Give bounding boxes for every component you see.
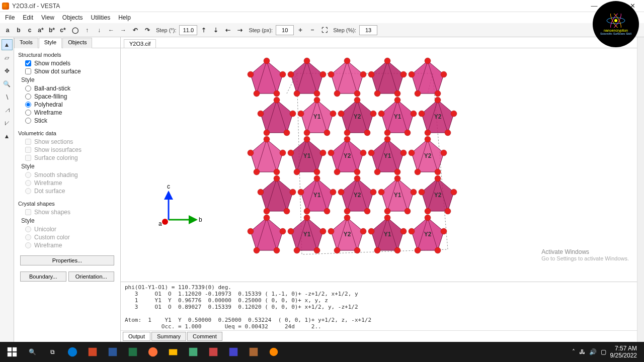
svg-point-98 <box>370 189 376 195</box>
orient-bstar[interactable]: b* <box>46 25 57 36</box>
svg-point-100 <box>344 208 350 214</box>
fit-icon[interactable]: ⛶ <box>319 25 330 36</box>
powerpoint-icon[interactable] <box>83 343 103 361</box>
step-deg-input[interactable] <box>179 25 197 35</box>
tab-style[interactable]: Style <box>39 38 62 48</box>
show-dot-check[interactable] <box>25 68 31 74</box>
svg-rect-153 <box>89 348 97 356</box>
boundary-button[interactable]: Boundary... <box>20 272 66 282</box>
properties-button[interactable]: Properties... <box>20 255 114 265</box>
taskbar-clock[interactable]: 7:57 AM9/25/2022 <box>610 345 637 359</box>
svg-point-54 <box>425 130 431 136</box>
menu-utilities[interactable]: Utilities <box>87 13 115 22</box>
svg-point-82 <box>435 169 441 175</box>
dihedral-tool[interactable]: ⩗ <box>2 118 13 129</box>
edge-icon[interactable] <box>62 343 83 361</box>
svg-point-9 <box>320 71 326 77</box>
rot-left-icon[interactable]: ← <box>106 25 117 36</box>
angle-tool[interactable]: ⩘ <box>2 105 13 116</box>
file-tab[interactable]: Y2O3.cif <box>124 39 156 48</box>
vertical-toolbar: ▲ ▱ ✥ 🔍 ∖ ⩘ ⩗ ▲ <box>0 37 14 342</box>
tab-tools[interactable]: Tools <box>14 38 38 48</box>
svg-text:Y2: Y2 <box>434 113 442 120</box>
task-view-button[interactable]: ⧉ <box>42 343 62 361</box>
pointer-tool[interactable]: ▲ <box>2 39 13 50</box>
console-tab-comment[interactable]: Comment <box>187 332 222 341</box>
app4-icon[interactable] <box>244 343 264 361</box>
rot-ccw-icon[interactable]: ↶ <box>130 25 141 36</box>
excel-icon[interactable] <box>123 343 143 361</box>
mode-polyhedral[interactable] <box>25 102 31 108</box>
tray-chevron-icon[interactable]: ˄ <box>572 348 575 355</box>
svg-point-59 <box>274 169 280 175</box>
tab-objects[interactable]: Objects <box>62 38 92 48</box>
console-text[interactable]: phi(O1-Y1-O1) = 110.7339(0) deg. 3 O1 O … <box>121 282 644 330</box>
trans-up-icon[interactable]: ⇡ <box>198 25 209 36</box>
svg-rect-155 <box>129 348 137 356</box>
svg-point-4 <box>280 71 286 77</box>
orient-cstar[interactable]: c* <box>57 25 68 36</box>
step-px-input[interactable] <box>276 25 294 35</box>
rot-up-icon[interactable]: ↑ <box>82 25 93 36</box>
zoom-out-icon[interactable]: － <box>307 25 318 36</box>
orient-a[interactable]: a <box>2 25 13 36</box>
tray-volume-icon[interactable]: 🔊 <box>589 348 597 355</box>
zoom-in-icon[interactable]: ＋ <box>295 25 306 36</box>
svg-text:Y2: Y2 <box>434 192 442 199</box>
sphere-icon[interactable]: ◯ <box>69 25 80 36</box>
mode-space-filling[interactable] <box>25 94 31 100</box>
menu-view[interactable]: View <box>37 13 58 22</box>
explorer-icon[interactable] <box>163 343 183 361</box>
3d-viewport[interactable]: a b c Y1Y2Y1Y2Y1Y2Y1Y2Y1Y2Y1Y2Y1Y2Y1Y2 A… <box>121 48 644 282</box>
tray-network-icon[interactable]: 🖧 <box>579 348 585 355</box>
bond-tool[interactable]: ∖ <box>2 92 13 103</box>
mode-wireframe[interactable] <box>25 110 31 116</box>
svg-point-124 <box>288 228 294 234</box>
svg-point-62 <box>304 136 310 142</box>
firefox-icon[interactable] <box>143 343 163 361</box>
show-models-check[interactable] <box>25 60 31 66</box>
trans-down-icon[interactable]: ⇣ <box>210 25 221 36</box>
mode-stick[interactable] <box>25 118 31 124</box>
mode-ball-and-stick[interactable] <box>25 85 31 92</box>
word-icon[interactable] <box>103 343 123 361</box>
svg-point-57 <box>264 136 270 142</box>
trans-right-icon[interactable]: ⇢ <box>234 25 246 36</box>
orient-c[interactable]: c <box>24 25 35 36</box>
svg-text:Y2: Y2 <box>344 231 351 238</box>
orientation-button[interactable]: Orientation... <box>68 272 115 282</box>
rot-down-icon[interactable]: ↓ <box>94 25 105 36</box>
rot-cw-icon[interactable]: ↷ <box>142 25 153 36</box>
menu-file[interactable]: File <box>1 13 19 22</box>
menu-objects[interactable]: Objects <box>58 13 87 22</box>
orient-astar[interactable]: a* <box>35 25 46 36</box>
step-pct-input[interactable] <box>359 25 377 35</box>
vesta-taskbar-icon[interactable] <box>264 343 284 361</box>
zoom-tool[interactable]: 🔍 <box>2 78 13 89</box>
rot-right-icon[interactable]: → <box>118 25 129 36</box>
svg-text:Y1: Y1 <box>303 231 311 238</box>
console-tab-output[interactable]: Output <box>123 332 150 341</box>
app1-icon[interactable] <box>183 343 203 361</box>
console-tab-summary[interactable]: Summary <box>151 332 186 341</box>
side-panel: ToolsStyleObjects Structural models Show… <box>14 37 121 342</box>
menu-edit[interactable]: Edit <box>19 13 37 22</box>
app3-icon[interactable] <box>223 343 244 361</box>
svg-point-134 <box>394 247 400 253</box>
show-models-label: Show models <box>34 60 70 67</box>
tray-battery-icon[interactable]: ▢ <box>601 348 606 355</box>
start-button[interactable] <box>2 343 22 361</box>
app2-icon[interactable] <box>203 343 223 361</box>
select-tool[interactable]: ▱ <box>2 52 13 63</box>
orient-b[interactable]: b <box>13 25 24 36</box>
trans-left-icon[interactable]: ⇠ <box>222 25 233 36</box>
plane-tool[interactable]: ▲ <box>2 131 13 142</box>
menu-help[interactable]: Help <box>114 13 135 22</box>
svg-point-11 <box>294 90 300 97</box>
console-scrollbar[interactable] <box>637 37 644 331</box>
taskbar[interactable]: 🔍 ⧉ ˄ 🖧 🔊 ▢ 7:57 AM9/25/2022 <box>0 342 644 362</box>
svg-point-74 <box>384 136 390 142</box>
svg-point-6 <box>254 90 260 97</box>
search-button[interactable]: 🔍 <box>22 343 42 361</box>
move-tool[interactable]: ✥ <box>2 65 13 76</box>
